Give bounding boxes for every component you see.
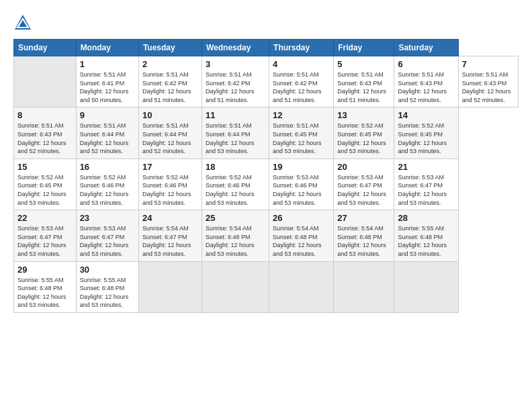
day-number: 18 <box>206 162 265 172</box>
calendar-header-row: SundayMondayTuesdayWednesdayThursdayFrid… <box>14 40 519 56</box>
day-number: 8 <box>17 110 73 120</box>
calendar-cell: 2 Sunrise: 5:51 AMSunset: 6:42 PMDayligh… <box>138 56 202 107</box>
calendar-cell: 18 Sunrise: 5:52 AMSunset: 6:46 PMDaylig… <box>202 158 269 210</box>
calendar-cell <box>202 261 269 312</box>
calendar-cell: 12 Sunrise: 5:51 AMSunset: 6:45 PMDaylig… <box>269 107 334 158</box>
day-info: Sunrise: 5:53 AMSunset: 6:47 PMDaylight:… <box>80 225 129 257</box>
day-number: 4 <box>273 59 330 69</box>
day-info: Sunrise: 5:51 AMSunset: 6:42 PMDaylight:… <box>273 71 322 103</box>
calendar-header-saturday: Saturday <box>394 40 458 56</box>
day-number: 9 <box>80 110 135 120</box>
day-info: Sunrise: 5:51 AMSunset: 6:45 PMDaylight:… <box>273 122 322 154</box>
calendar-week-3: 15 Sunrise: 5:52 AMSunset: 6:45 PMDaylig… <box>14 158 519 210</box>
calendar-cell: 19 Sunrise: 5:53 AMSunset: 6:46 PMDaylig… <box>269 158 334 210</box>
calendar-header-wednesday: Wednesday <box>202 40 269 56</box>
day-number: 17 <box>142 162 198 172</box>
calendar-header-tuesday: Tuesday <box>138 40 202 56</box>
day-number: 7 <box>462 59 515 69</box>
day-info: Sunrise: 5:54 AMSunset: 6:48 PMDaylight:… <box>273 225 322 257</box>
day-number: 13 <box>337 110 390 120</box>
day-number: 29 <box>17 265 73 275</box>
day-number: 2 <box>142 59 198 69</box>
calendar-cell: 1 Sunrise: 5:51 AMSunset: 6:41 PMDayligh… <box>76 56 138 107</box>
calendar-cell <box>394 261 458 312</box>
day-info: Sunrise: 5:52 AMSunset: 6:45 PMDaylight:… <box>398 122 447 154</box>
calendar-cell: 30 Sunrise: 5:55 AMSunset: 6:48 PMDaylig… <box>76 261 138 312</box>
header <box>13 13 519 32</box>
day-number: 30 <box>80 265 135 275</box>
calendar-cell: 14 Sunrise: 5:52 AMSunset: 6:45 PMDaylig… <box>394 107 458 158</box>
day-number: 11 <box>206 110 265 120</box>
day-info: Sunrise: 5:53 AMSunset: 6:47 PMDaylight:… <box>17 225 66 257</box>
calendar-header-monday: Monday <box>76 40 138 56</box>
day-info: Sunrise: 5:51 AMSunset: 6:44 PMDaylight:… <box>80 122 129 154</box>
calendar-cell: 10 Sunrise: 5:51 AMSunset: 6:44 PMDaylig… <box>138 107 202 158</box>
day-number: 3 <box>206 59 265 69</box>
day-info: Sunrise: 5:51 AMSunset: 6:42 PMDaylight:… <box>142 71 191 103</box>
calendar-week-2: 8 Sunrise: 5:51 AMSunset: 6:43 PMDayligh… <box>14 107 519 158</box>
calendar-cell: 3 Sunrise: 5:51 AMSunset: 6:42 PMDayligh… <box>202 56 269 107</box>
day-number: 21 <box>398 162 454 172</box>
day-info: Sunrise: 5:51 AMSunset: 6:43 PMDaylight:… <box>462 71 511 103</box>
day-info: Sunrise: 5:55 AMSunset: 6:48 PMDaylight:… <box>17 277 66 309</box>
day-number: 10 <box>142 110 198 120</box>
day-info: Sunrise: 5:53 AMSunset: 6:47 PMDaylight:… <box>398 174 447 206</box>
calendar-cell: 16 Sunrise: 5:52 AMSunset: 6:46 PMDaylig… <box>76 158 138 210</box>
day-info: Sunrise: 5:51 AMSunset: 6:44 PMDaylight:… <box>206 122 255 154</box>
calendar-cell <box>14 56 77 107</box>
day-number: 25 <box>206 213 265 223</box>
day-number: 15 <box>17 162 73 172</box>
day-info: Sunrise: 5:51 AMSunset: 6:43 PMDaylight:… <box>17 122 66 154</box>
calendar-header-friday: Friday <box>334 40 394 56</box>
calendar-cell: 5 Sunrise: 5:51 AMSunset: 6:43 PMDayligh… <box>334 56 394 107</box>
day-number: 24 <box>142 213 198 223</box>
calendar-cell: 9 Sunrise: 5:51 AMSunset: 6:44 PMDayligh… <box>76 107 138 158</box>
day-info: Sunrise: 5:51 AMSunset: 6:43 PMDaylight:… <box>398 71 447 103</box>
day-info: Sunrise: 5:54 AMSunset: 6:48 PMDaylight:… <box>337 225 386 257</box>
calendar-cell: 4 Sunrise: 5:51 AMSunset: 6:42 PMDayligh… <box>269 56 334 107</box>
day-info: Sunrise: 5:54 AMSunset: 6:48 PMDaylight:… <box>206 225 255 257</box>
calendar-cell: 22 Sunrise: 5:53 AMSunset: 6:47 PMDaylig… <box>14 210 77 261</box>
calendar-cell: 17 Sunrise: 5:52 AMSunset: 6:46 PMDaylig… <box>138 158 202 210</box>
day-info: Sunrise: 5:54 AMSunset: 6:47 PMDaylight:… <box>142 225 191 257</box>
day-number: 20 <box>337 162 390 172</box>
calendar-cell: 8 Sunrise: 5:51 AMSunset: 6:43 PMDayligh… <box>14 107 77 158</box>
calendar-week-5: 29 Sunrise: 5:55 AMSunset: 6:48 PMDaylig… <box>14 261 519 312</box>
calendar-cell: 28 Sunrise: 5:55 AMSunset: 6:48 PMDaylig… <box>394 210 458 261</box>
day-info: Sunrise: 5:51 AMSunset: 6:41 PMDaylight:… <box>80 71 129 103</box>
calendar-cell: 7 Sunrise: 5:51 AMSunset: 6:43 PMDayligh… <box>458 56 518 107</box>
day-info: Sunrise: 5:51 AMSunset: 6:42 PMDaylight:… <box>206 71 255 103</box>
calendar: SundayMondayTuesdayWednesdayThursdayFrid… <box>13 39 519 313</box>
day-info: Sunrise: 5:55 AMSunset: 6:48 PMDaylight:… <box>398 225 447 257</box>
calendar-cell: 13 Sunrise: 5:52 AMSunset: 6:45 PMDaylig… <box>334 107 394 158</box>
calendar-cell: 27 Sunrise: 5:54 AMSunset: 6:48 PMDaylig… <box>334 210 394 261</box>
calendar-cell: 26 Sunrise: 5:54 AMSunset: 6:48 PMDaylig… <box>269 210 334 261</box>
day-info: Sunrise: 5:51 AMSunset: 6:43 PMDaylight:… <box>337 71 386 103</box>
day-number: 12 <box>273 110 330 120</box>
day-number: 27 <box>337 213 390 223</box>
day-info: Sunrise: 5:53 AMSunset: 6:47 PMDaylight:… <box>337 174 386 206</box>
calendar-cell: 20 Sunrise: 5:53 AMSunset: 6:47 PMDaylig… <box>334 158 394 210</box>
calendar-header-thursday: Thursday <box>269 40 334 56</box>
day-info: Sunrise: 5:55 AMSunset: 6:48 PMDaylight:… <box>80 277 129 309</box>
calendar-cell: 15 Sunrise: 5:52 AMSunset: 6:45 PMDaylig… <box>14 158 77 210</box>
day-number: 22 <box>17 213 73 223</box>
day-info: Sunrise: 5:51 AMSunset: 6:44 PMDaylight:… <box>142 122 191 154</box>
day-number: 19 <box>273 162 330 172</box>
day-number: 6 <box>398 59 454 69</box>
calendar-cell: 25 Sunrise: 5:54 AMSunset: 6:48 PMDaylig… <box>202 210 269 261</box>
calendar-cell: 21 Sunrise: 5:53 AMSunset: 6:47 PMDaylig… <box>394 158 458 210</box>
calendar-header-sunday: Sunday <box>14 40 77 56</box>
calendar-cell: 29 Sunrise: 5:55 AMSunset: 6:48 PMDaylig… <box>14 261 77 312</box>
day-info: Sunrise: 5:52 AMSunset: 6:46 PMDaylight:… <box>80 174 129 206</box>
day-number: 23 <box>80 213 135 223</box>
day-info: Sunrise: 5:52 AMSunset: 6:46 PMDaylight:… <box>206 174 255 206</box>
page: SundayMondayTuesdayWednesdayThursdayFrid… <box>0 0 532 411</box>
calendar-cell: 11 Sunrise: 5:51 AMSunset: 6:44 PMDaylig… <box>202 107 269 158</box>
calendar-cell <box>269 261 334 312</box>
day-info: Sunrise: 5:53 AMSunset: 6:46 PMDaylight:… <box>273 174 322 206</box>
calendar-cell <box>138 261 202 312</box>
calendar-week-4: 22 Sunrise: 5:53 AMSunset: 6:47 PMDaylig… <box>14 210 519 261</box>
day-number: 28 <box>398 213 454 223</box>
calendar-cell: 23 Sunrise: 5:53 AMSunset: 6:47 PMDaylig… <box>76 210 138 261</box>
